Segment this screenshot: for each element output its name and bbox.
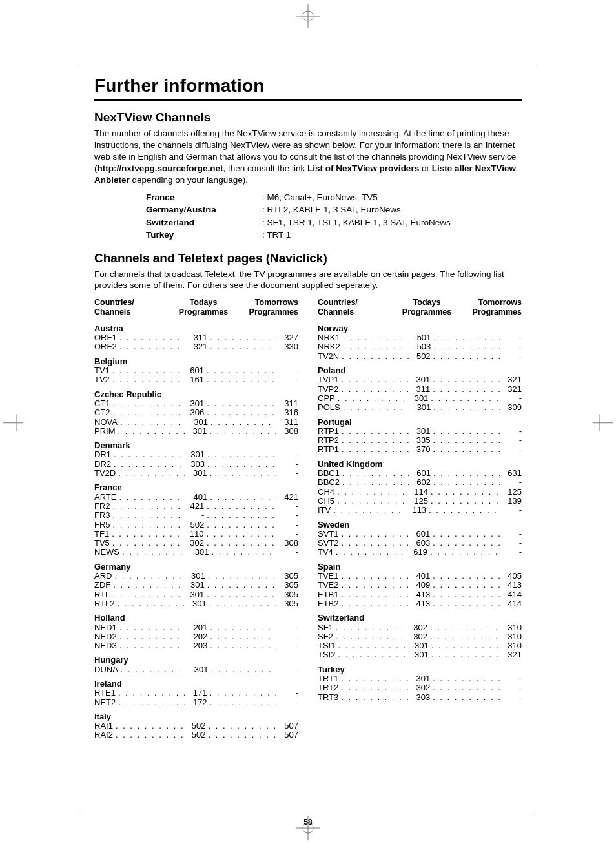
todays-value: 301: [409, 403, 433, 412]
channel-name: DR2: [94, 460, 114, 469]
channel-row: CH4114125: [318, 488, 522, 497]
leader-dots: [433, 333, 500, 342]
channel-row: TRT2302-: [318, 683, 522, 692]
channel-name: CPP: [318, 394, 338, 403]
channel-row: SVT1601-: [318, 530, 522, 539]
leader-dots: [337, 497, 406, 506]
channel-name: RAI2: [94, 730, 116, 739]
todays-value: 301: [408, 674, 433, 683]
leader-dots: [207, 511, 276, 520]
provider-list: France: M6, Canal+, EuroNews, TV5Germany…: [146, 191, 522, 242]
leader-dots: [112, 375, 182, 384]
leader-dots: [118, 688, 185, 698]
leader-dots: [342, 469, 409, 478]
channel-name: TV2: [94, 375, 112, 384]
tomorrows-value: -: [276, 665, 298, 674]
leader-dots: [431, 488, 500, 497]
leader-dots: [119, 493, 185, 502]
para-or: or: [419, 163, 432, 173]
channel-name: RTP2: [318, 436, 342, 445]
tomorrows-value: 316: [276, 408, 298, 417]
tomorrows-value: 330: [276, 342, 298, 351]
tomorrows-value: 308: [276, 539, 298, 548]
country-heading: Spain: [318, 563, 522, 572]
leader-dots: [112, 590, 182, 599]
leader-dots: [114, 450, 183, 459]
para-link1: List of NexTView providers: [307, 163, 419, 173]
tomorrows-value: -: [276, 521, 298, 530]
th-tomorrows: Tomorrows: [478, 298, 522, 307]
leader-dots: [118, 427, 185, 436]
todays-value: 301: [185, 599, 209, 608]
leader-dots: [336, 623, 406, 632]
leader-dots: [118, 599, 185, 608]
channel-name: CT1: [94, 399, 113, 408]
leader-dots: [207, 460, 276, 469]
leader-dots: [342, 530, 409, 539]
channel-row: CH5125139: [318, 497, 522, 506]
content-frame: Further information NexTView Channels Th…: [81, 65, 535, 814]
leader-dots: [433, 590, 500, 599]
channel-name: DUNA: [94, 665, 121, 674]
th-programmes2: Programmes: [249, 307, 298, 316]
channel-name: BBC2: [318, 478, 342, 487]
leader-dots: [210, 418, 276, 427]
country-heading: Holland: [94, 614, 298, 623]
leader-dots: [119, 632, 186, 641]
channel-row: ORF1311327: [94, 333, 298, 342]
tomorrows-value: -: [500, 394, 522, 403]
tomorrows-value: -: [500, 436, 522, 445]
leader-dots: [210, 698, 276, 707]
leader-dots: [342, 572, 409, 581]
page-number: 58: [0, 818, 616, 827]
channel-name: TRT1: [318, 674, 341, 683]
channel-name: TSI1: [318, 641, 338, 650]
leader-dots: [341, 693, 408, 702]
todays-value: 413: [408, 590, 433, 599]
todays-value: 601: [409, 469, 433, 478]
channel-name: TVE2: [318, 581, 342, 590]
leader-dots: [433, 385, 500, 394]
todays-value: 301: [186, 418, 210, 427]
channel-name: TSI2: [318, 650, 338, 659]
country-heading: Portugal: [318, 418, 522, 427]
leader-dots: [342, 436, 409, 445]
country-heading: Switzerland: [318, 614, 522, 623]
channel-row: TV4619-: [318, 548, 522, 557]
svg-point-2: [303, 11, 313, 21]
leader-dots: [341, 674, 408, 683]
tomorrows-value: 414: [500, 599, 522, 608]
todays-value: 301: [185, 427, 209, 436]
tomorrows-value: 321: [500, 650, 522, 659]
todays-value: 603: [408, 539, 433, 548]
leader-dots: [337, 488, 406, 497]
tomorrows-value: -: [276, 623, 298, 632]
channel-name: TF1: [94, 530, 112, 539]
channel-row: TRT1301-: [318, 674, 522, 683]
todays-value: 301: [182, 399, 207, 408]
leader-dots: [207, 539, 276, 548]
channel-name: TRT3: [318, 693, 341, 702]
channel-row: DR2303-: [94, 460, 298, 469]
tomorrows-value: 139: [500, 497, 522, 506]
leader-dots: [114, 460, 183, 469]
channel-name: RTL: [94, 590, 112, 599]
leader-dots: [430, 632, 500, 641]
leader-dots: [112, 366, 182, 375]
tomorrows-value: -: [276, 688, 298, 698]
channel-name: FR3: [94, 511, 113, 520]
provider-country: Germany/Austria: [146, 203, 256, 216]
leader-dots: [433, 683, 500, 692]
channel-name: TV2N: [318, 352, 342, 361]
channel-name: NET2: [94, 698, 118, 707]
channel-row: SVT2603-: [318, 539, 522, 548]
channel-row: TVE1401405: [318, 572, 522, 581]
channel-name: FR5: [94, 521, 113, 530]
leader-dots: [210, 469, 276, 478]
table-header: Countries/Channels TodaysProgrammes Tomo…: [318, 298, 522, 316]
channel-name: RTP1: [318, 427, 342, 436]
todays-value: 421: [182, 502, 207, 511]
leader-dots: [341, 683, 408, 692]
channel-row: FR2421-: [94, 502, 298, 511]
tomorrows-value: 327: [276, 333, 298, 342]
